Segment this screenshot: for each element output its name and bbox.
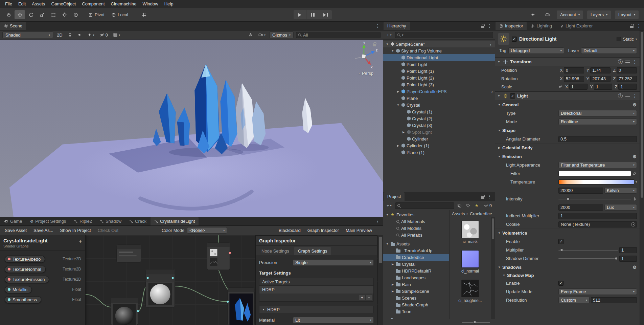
tag-dropdown[interactable]: Untagged▾ bbox=[508, 47, 564, 54]
scene-panel-menu-icon[interactable]: ⋮ bbox=[375, 23, 380, 28]
asset-item[interactable]: ci_normal bbox=[461, 250, 479, 274]
light-mode-dropdown[interactable]: Realtime▾ bbox=[558, 118, 637, 125]
hierarchy-tab[interactable]: Hierarchy bbox=[384, 22, 410, 30]
hierarchy-row-selected[interactable]: Directional Light bbox=[383, 54, 495, 61]
temperature-value-field[interactable]: 20000 bbox=[558, 188, 603, 194]
position-x-field[interactable]: 0 bbox=[564, 67, 584, 73]
hierarchy-row[interactable]: Point Light (2) bbox=[383, 74, 495, 81]
hierarchy-row[interactable]: Point Light (1) bbox=[383, 68, 495, 74]
menu-edit[interactable]: Edit bbox=[15, 0, 29, 7]
blackboard-toggle-button[interactable]: Blackboard bbox=[275, 226, 304, 235]
foldout-icon[interactable]: ▶ bbox=[391, 290, 395, 293]
update-mode-dropdown[interactable]: Every Frame▾ bbox=[558, 288, 637, 295]
favorite-row[interactable]: All Prefabs bbox=[383, 232, 449, 238]
property-row[interactable]: TextureNormalTexture2D bbox=[0, 264, 85, 274]
hierarchy-row[interactable]: Crystal (3) bbox=[383, 122, 495, 129]
folder-row[interactable]: ▶Crystal bbox=[383, 261, 449, 267]
favorites-star-icon[interactable]: ★ bbox=[474, 202, 481, 209]
pan-tool-button[interactable] bbox=[3, 10, 14, 19]
breadcrumb-current[interactable]: CrackedIce bbox=[470, 211, 492, 216]
folder-row[interactable]: ▶Rain bbox=[383, 281, 449, 288]
foldout-icon[interactable]: ▶ bbox=[401, 131, 406, 134]
hierarchy-row[interactable]: Plane (1) bbox=[383, 149, 495, 156]
rect-tool-button[interactable] bbox=[48, 10, 59, 19]
multiplier-field[interactable]: 1 bbox=[619, 247, 637, 253]
hierarchy-row[interactable]: Point Light bbox=[383, 61, 495, 68]
pause-button[interactable] bbox=[306, 10, 319, 19]
folder-row[interactable]: HDRPDefaultR bbox=[383, 267, 449, 274]
hierarchy-row-disabled[interactable]: ▶Spot Light bbox=[383, 129, 495, 135]
shadergraph-tab-riple2[interactable]: Riple2 bbox=[70, 217, 96, 225]
game-tab[interactable]: Game bbox=[0, 217, 26, 225]
inspector-tab[interactable]: Inspector bbox=[496, 22, 527, 30]
folder-row[interactable]: ▶SampleScene bbox=[383, 288, 449, 295]
position-z-field[interactable]: 0 bbox=[617, 67, 637, 73]
save-asset-button[interactable]: Save Asset bbox=[1, 226, 30, 235]
hierarchy-row-scene[interactable]: ▼SampleScene*⋮ bbox=[383, 41, 495, 47]
temperature-gradient-slider[interactable] bbox=[558, 179, 634, 185]
2d-toggle[interactable]: 2D bbox=[55, 31, 64, 38]
menu-gameobject[interactable]: GameObject bbox=[48, 0, 79, 7]
hierarchy-panel-menu-icon[interactable]: ⋮ bbox=[487, 23, 492, 28]
shape-section-header[interactable]: ▼Shape bbox=[495, 126, 640, 135]
property-pill[interactable]: TextureEmission bbox=[5, 276, 49, 283]
project-tab[interactable]: Project bbox=[384, 192, 405, 201]
scale-tool-button[interactable] bbox=[37, 10, 47, 19]
hierarchy-row-prefab[interactable]: ▶PlayerControllerFPS› bbox=[383, 88, 495, 95]
multiplier-slider[interactable] bbox=[558, 247, 618, 253]
volumetrics-enable-checkbox[interactable]: ✓ bbox=[558, 239, 564, 244]
scene-options-icon[interactable]: ⋮ bbox=[488, 42, 493, 47]
light-component-header[interactable]: ▼ ✓ Light ?⋮ bbox=[495, 91, 640, 100]
asset-item[interactable]: ci_roughne... bbox=[458, 280, 482, 303]
scene-search-input[interactable]: All bbox=[296, 32, 381, 38]
favorites-row[interactable]: ▼★Favorites bbox=[383, 211, 449, 218]
graph-settings-tab[interactable]: Graph Settings bbox=[294, 247, 331, 255]
hierarchy-search-input[interactable]: ▾ bbox=[395, 32, 493, 38]
rotation-z-field[interactable]: 77.252 bbox=[617, 76, 637, 82]
hierarchy-row[interactable]: Crystal (2) bbox=[383, 115, 495, 122]
foldout-icon[interactable]: ▼ bbox=[385, 43, 389, 46]
eyedropper-icon[interactable] bbox=[632, 171, 637, 176]
property-row[interactable]: MetallicFloat bbox=[0, 284, 85, 295]
gear-icon[interactable]: ⚙ bbox=[632, 102, 637, 107]
lighting-tab[interactable]: Lighting bbox=[527, 22, 556, 30]
color-mode-dropdown[interactable]: <None>▾ bbox=[187, 227, 227, 234]
hierarchy-row[interactable]: ▼Sky and Fog Volume bbox=[383, 47, 495, 54]
foldout-icon[interactable]: ▼ bbox=[391, 49, 395, 52]
scale-x-field[interactable]: 1 bbox=[569, 84, 588, 90]
resolution-mode-dropdown[interactable]: Custom▾ bbox=[558, 297, 590, 303]
create-object-button[interactable]: +▾ bbox=[385, 32, 393, 38]
add-target-button[interactable]: + bbox=[359, 295, 365, 300]
prefab-nav-icon[interactable]: › bbox=[491, 89, 493, 94]
presets-icon[interactable] bbox=[625, 94, 630, 98]
static-checkbox[interactable] bbox=[617, 37, 621, 41]
breadcrumb-root[interactable]: Assets bbox=[452, 211, 465, 216]
account-dropdown[interactable]: Account▾ bbox=[557, 10, 583, 19]
component-enabled-checkbox[interactable]: ✓ bbox=[510, 93, 515, 99]
rotation-y-field[interactable]: 207.43 bbox=[590, 76, 611, 82]
play-button[interactable] bbox=[294, 10, 306, 19]
emission-section-header[interactable]: ▼Emission⚙ bbox=[495, 152, 640, 161]
foldout-icon[interactable]: ▶ bbox=[396, 144, 400, 147]
custom-tool-button[interactable] bbox=[70, 10, 81, 19]
scene-grid-dropdown[interactable]: ▾ bbox=[112, 31, 121, 38]
folder-row[interactable]: Landscapes bbox=[383, 274, 449, 281]
favorite-row[interactable]: All Materials bbox=[383, 218, 449, 225]
scene-tools-button[interactable] bbox=[247, 31, 254, 38]
scene-effects-dropdown[interactable]: ▾ bbox=[86, 31, 96, 38]
main-preview-toggle-button[interactable]: Main Preview bbox=[342, 226, 375, 235]
scrollbar[interactable] bbox=[491, 217, 495, 319]
step-button[interactable] bbox=[319, 10, 332, 19]
menu-window[interactable]: Window bbox=[139, 0, 161, 7]
layer-dropdown[interactable]: Default▾ bbox=[581, 47, 637, 54]
resolution-size-field[interactable]: 512 bbox=[591, 297, 637, 303]
cookie-object-field[interactable]: None (Texture) bbox=[558, 221, 637, 228]
gear-icon[interactable]: ⚙ bbox=[632, 154, 637, 159]
component-menu-icon[interactable]: ⋮ bbox=[632, 93, 637, 99]
folder-row[interactable]: ShaderGraph bbox=[383, 301, 449, 308]
precision-dropdown[interactable]: Single▾ bbox=[293, 259, 374, 266]
light-appearance-dropdown[interactable]: Filter and Temperature▾ bbox=[558, 162, 637, 168]
gear-icon[interactable]: ⚙ bbox=[632, 265, 637, 270]
shadow-dimmer-field[interactable]: 1 bbox=[619, 256, 637, 262]
asset-item[interactable]: ci_mask bbox=[461, 221, 479, 244]
